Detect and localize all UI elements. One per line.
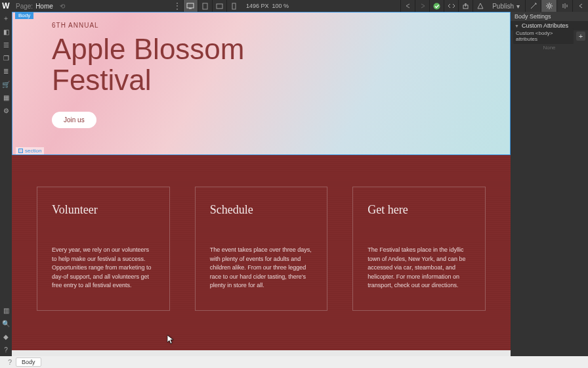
collapse-tri-icon: ▼ bbox=[514, 24, 519, 28]
device-tablet-portrait-button[interactable] bbox=[212, 0, 226, 12]
card-volunteer[interactable]: Volunteer Every year, we rely on our vol… bbox=[37, 187, 170, 311]
style-panel-tab[interactable] bbox=[525, 0, 541, 12]
undo-button[interactable] bbox=[400, 0, 415, 12]
breadcrumb-bar: ? Body bbox=[0, 356, 588, 368]
device-desktop-button[interactable] bbox=[183, 0, 198, 12]
join-us-button[interactable]: Join us bbox=[52, 112, 96, 128]
hero-section[interactable]: 6TH ANNUAL Apple BlossomFestival Join us… bbox=[12, 12, 511, 155]
symbols-button[interactable]: ◧ bbox=[0, 25, 12, 38]
search-button[interactable]: 🔍 bbox=[0, 317, 12, 330]
svg-rect-3 bbox=[217, 4, 222, 9]
section-icon bbox=[18, 149, 23, 153]
settings-panel-tab[interactable] bbox=[541, 0, 556, 12]
redo-button[interactable] bbox=[415, 0, 429, 12]
share-button[interactable] bbox=[458, 0, 472, 12]
settings-button[interactable]: ⚙ bbox=[0, 104, 12, 117]
cards-section[interactable]: Volunteer Every year, we rely on our vol… bbox=[12, 155, 511, 350]
cms-button[interactable]: ≣ bbox=[0, 64, 12, 78]
svg-rect-2 bbox=[203, 3, 207, 9]
card-title[interactable]: Volunteer bbox=[52, 203, 155, 217]
card-title[interactable]: Get here bbox=[368, 203, 471, 217]
top-toolbar: W Page: Home ⟲ ⋮ 1496 PX 100 % Publish▾ bbox=[0, 0, 588, 12]
preview-button[interactable] bbox=[472, 0, 487, 12]
ecommerce-button[interactable]: 🛒 bbox=[0, 78, 12, 91]
card-title[interactable]: Schedule bbox=[210, 203, 313, 217]
code-export-button[interactable] bbox=[444, 0, 458, 12]
card-body[interactable]: The Festival takes place in the idyllic … bbox=[368, 246, 471, 290]
pages-button[interactable]: ❐ bbox=[0, 51, 12, 64]
canvas-dimensions: 1496 PX 100 % bbox=[246, 3, 289, 9]
page-label: Page: bbox=[16, 3, 33, 10]
svg-point-7 bbox=[548, 5, 551, 7]
audit-button[interactable]: ◆ bbox=[0, 330, 12, 343]
publish-button[interactable]: Publish▾ bbox=[487, 3, 525, 10]
collapse-panel-button[interactable] bbox=[572, 0, 588, 12]
navigator-button[interactable]: ☰ bbox=[0, 38, 12, 51]
svg-rect-0 bbox=[187, 3, 194, 8]
webflow-logo-icon[interactable]: W bbox=[0, 0, 12, 12]
card-body[interactable]: The event takes place over three days, w… bbox=[210, 246, 313, 290]
status-ok-icon[interactable] bbox=[429, 0, 444, 12]
help-corner-icon[interactable]: ? bbox=[4, 356, 16, 368]
card-schedule[interactable]: Schedule The event takes place over thre… bbox=[195, 187, 328, 311]
design-canvas[interactable]: Body 6TH ANNUAL Apple BlossomFestival Jo… bbox=[12, 12, 511, 356]
device-tablet-button[interactable] bbox=[198, 0, 212, 12]
tutorials-button[interactable]: ▥ bbox=[0, 304, 12, 317]
add-attribute-button[interactable]: + bbox=[576, 32, 585, 41]
refresh-icon[interactable]: ⟲ bbox=[60, 3, 65, 10]
help-button[interactable]: ? bbox=[0, 343, 12, 356]
card-body[interactable]: Every year, we rely on our volunteers to… bbox=[52, 246, 155, 290]
settings-panel: Body Settings ▼ Custom Attributes Custom… bbox=[511, 12, 588, 356]
hero-kicker[interactable]: 6TH ANNUAL bbox=[52, 22, 510, 29]
svg-rect-4 bbox=[232, 3, 236, 9]
device-mobile-button[interactable] bbox=[226, 0, 241, 12]
page-name[interactable]: Home bbox=[35, 3, 53, 10]
selection-tag[interactable]: Body bbox=[15, 12, 33, 19]
hover-element-tag[interactable]: section bbox=[16, 147, 44, 154]
card-get-here[interactable]: Get here The Festival takes place in the… bbox=[352, 187, 486, 311]
hero-title[interactable]: Apple BlossomFestival bbox=[52, 34, 510, 96]
svg-rect-1 bbox=[189, 9, 192, 9]
attrs-empty-text: None bbox=[511, 42, 588, 53]
breadcrumb-body[interactable]: Body bbox=[16, 357, 41, 367]
left-toolbar: ＋ ◧ ☰ ❐ ≣ 🛒 ▦ ⚙ ▥ 🔍 ◆ ? bbox=[0, 12, 12, 356]
interactions-panel-tab[interactable] bbox=[556, 0, 572, 12]
svg-point-5 bbox=[434, 3, 440, 9]
add-element-button[interactable]: ＋ bbox=[0, 12, 12, 25]
panel-header: Body Settings bbox=[511, 12, 588, 21]
assets-button[interactable]: ▦ bbox=[0, 91, 12, 104]
chevron-down-icon: ▾ bbox=[516, 3, 520, 10]
more-menu-icon[interactable]: ⋮ bbox=[171, 1, 183, 11]
